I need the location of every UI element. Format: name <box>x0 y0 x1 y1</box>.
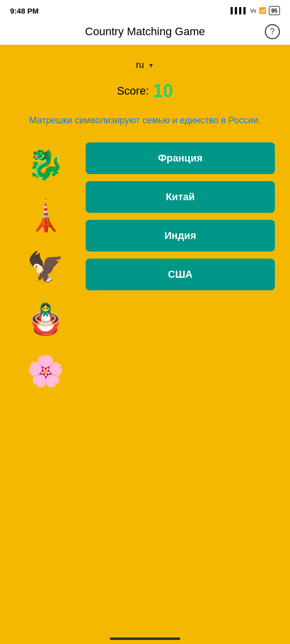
emoji-eagle: 🦅 <box>23 246 68 289</box>
emojis-column: 🐉🗼🦅🪆🌸 <box>15 142 76 392</box>
country-button-india[interactable]: Индия <box>86 220 275 252</box>
status-time: 9:48 PM <box>10 7 39 15</box>
score-label: Score: <box>117 85 149 98</box>
app-title: Country Matching Game <box>85 25 205 38</box>
emoji-eiffel-tower: 🗼 <box>23 194 68 237</box>
language-value: ru <box>136 60 144 70</box>
signal-icon: ▌▌▌▌ <box>231 7 248 14</box>
home-indicator <box>110 637 180 640</box>
help-button[interactable]: ? <box>265 24 280 39</box>
wifi-icon: 📶 <box>259 7 266 14</box>
buttons-column: ФранцияКитайИндияСША <box>86 142 275 290</box>
vo-icon: Vo <box>250 8 256 14</box>
country-button-france[interactable]: Франция <box>86 142 275 174</box>
battery-icon: 95 <box>269 6 280 15</box>
status-bar: 9:48 PM ▌▌▌▌ Vo 📶 95 <box>0 0 290 20</box>
language-selector[interactable]: ru ▼ <box>136 60 154 70</box>
emoji-matryoshka: 🪆 <box>23 298 68 341</box>
score-value: 10 <box>153 80 173 102</box>
hint-text: Матрешки символизируют семью и единство … <box>24 114 266 127</box>
dropdown-arrow-icon: ▼ <box>148 62 154 69</box>
status-icons: ▌▌▌▌ Vo 📶 95 <box>231 6 280 15</box>
main-content: ru ▼ Score: 10 Матрешки символизируют се… <box>0 45 290 644</box>
app-header: Country Matching Game ? <box>0 20 290 45</box>
game-area: 🐉🗼🦅🪆🌸 ФранцияКитайИндияСША <box>10 142 280 392</box>
country-button-china[interactable]: Китай <box>86 181 275 213</box>
country-button-usa[interactable]: США <box>86 259 275 290</box>
score-row: Score: 10 <box>117 80 173 102</box>
emoji-lotus: 🌸 <box>23 350 68 392</box>
emoji-dragon: 🐉 <box>23 142 68 185</box>
